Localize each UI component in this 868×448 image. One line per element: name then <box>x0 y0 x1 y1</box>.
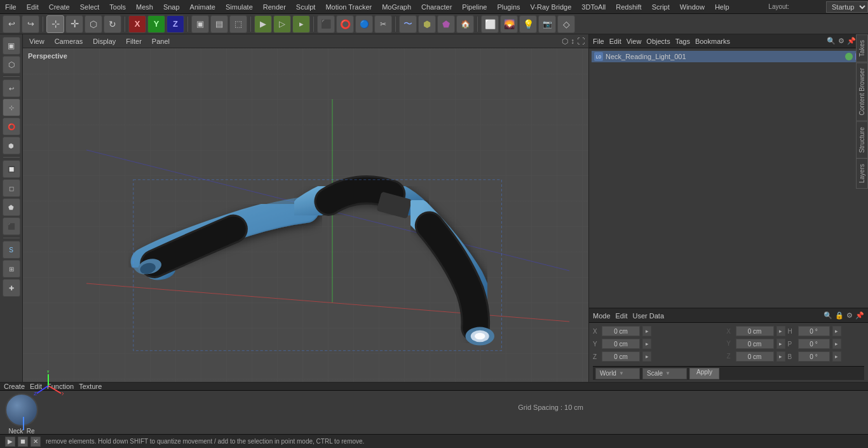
tab-layers[interactable]: Layers <box>856 158 868 189</box>
coord-h-input[interactable] <box>798 326 830 336</box>
select-tool-button[interactable]: ⊹ <box>46 15 64 33</box>
coord-y-unit[interactable]: ▸ <box>642 339 651 349</box>
coord-z2-unit[interactable]: ▸ <box>776 351 785 362</box>
viewport-icon-zoom[interactable]: ↕ <box>571 37 574 46</box>
coord-y-input[interactable] <box>602 339 640 349</box>
tab-takes[interactable]: Takes <box>856 34 868 62</box>
menu-character[interactable]: Character <box>416 2 457 12</box>
attr-menu-edit[interactable]: Edit <box>616 312 628 320</box>
obj-pin-icon[interactable]: 📌 <box>847 37 856 45</box>
coord-y2-unit[interactable]: ▸ <box>776 339 785 349</box>
status-icon-stop[interactable]: ⏹ <box>18 437 28 447</box>
obj-search-icon[interactable]: 🔍 <box>827 37 836 45</box>
menu-plugins[interactable]: Plugins <box>492 2 525 12</box>
viewport-icon-maximize[interactable]: ⛶ <box>577 37 585 46</box>
redo-button[interactable]: ↪ <box>22 15 39 33</box>
obj-settings-icon[interactable]: ⚙ <box>838 37 844 45</box>
coord-z-unit[interactable]: ▸ <box>642 351 651 362</box>
move-tool-button[interactable]: ✛ <box>65 15 83 33</box>
coord-x2-input[interactable] <box>736 326 774 336</box>
sidebar-mode-0[interactable]: ▣ <box>3 37 20 55</box>
menu-script[interactable]: Script <box>647 2 675 12</box>
rotate-tool-button[interactable]: ↻ <box>104 15 121 33</box>
menu-window[interactable]: Window <box>675 2 710 12</box>
menu-select[interactable]: Select <box>75 2 105 12</box>
sidebar-tool-1[interactable]: ◻ <box>3 179 20 197</box>
apply-button[interactable]: Apply <box>689 368 719 379</box>
coord-x-unit[interactable]: ▸ <box>642 326 651 336</box>
viewport-menu-cameras[interactable]: Cameras <box>52 36 86 46</box>
menu-edit[interactable]: Edit <box>22 2 44 12</box>
menu-tools[interactable]: Tools <box>104 2 131 12</box>
cylinder-button[interactable]: 🔵 <box>355 15 373 33</box>
spline-button[interactable]: 〜 <box>399 15 417 33</box>
object-item-neck-light[interactable]: L0 Neck_Reading_Light_001 <box>592 51 865 62</box>
null-button[interactable]: ◇ <box>557 15 575 33</box>
obj-menu-objects[interactable]: Objects <box>646 37 670 45</box>
coord-p-input[interactable] <box>798 339 830 349</box>
viewport-menu-view[interactable]: View <box>27 36 47 46</box>
undo-button[interactable]: ↩ <box>3 15 20 33</box>
edge-mode-button[interactable]: ▤ <box>210 15 228 33</box>
viewport-canvas[interactable]: Perspective <box>23 48 588 416</box>
viewport-menu-filter[interactable]: Filter <box>123 36 144 46</box>
menu-vray[interactable]: V-Ray Bridge <box>526 2 577 12</box>
menu-animate[interactable]: Animate <box>185 2 220 12</box>
scale-tool-button[interactable]: ⬡ <box>85 15 102 33</box>
scale-dropdown[interactable]: Scale ▼ <box>642 368 687 379</box>
z-axis-button[interactable]: Z <box>166 15 184 33</box>
attr-settings-icon[interactable]: ⚙ <box>846 311 853 320</box>
layout-select[interactable]: Startup <box>826 1 868 13</box>
scene-button[interactable]: 🏠 <box>456 15 474 33</box>
menu-help[interactable]: Help <box>710 2 735 12</box>
object-mode-button[interactable]: ▣ <box>191 15 209 33</box>
coord-x2-unit[interactable]: ▸ <box>776 326 785 336</box>
menu-pipeline[interactable]: Pipeline <box>457 2 492 12</box>
cube-button[interactable]: ⬛ <box>317 15 335 33</box>
obj-menu-tags[interactable]: Tags <box>675 37 690 45</box>
obj-menu-edit[interactable]: Edit <box>609 37 621 45</box>
sidebar-tool-5[interactable]: ⊞ <box>3 260 20 278</box>
coord-z-input[interactable] <box>602 351 640 362</box>
sidebar-tool-3[interactable]: ⬛ <box>3 217 20 235</box>
sidebar-tool-6[interactable]: ✚ <box>3 279 20 297</box>
coord-b-input[interactable] <box>798 351 830 362</box>
viewport-menu-panel[interactable]: Panel <box>149 36 172 46</box>
attr-search-icon[interactable]: 🔍 <box>824 311 832 320</box>
floor-button[interactable]: ⬜ <box>481 15 499 33</box>
sidebar-tool-2[interactable]: ⬟ <box>3 198 20 216</box>
menu-simulate[interactable]: Simulate <box>220 2 258 12</box>
mat-menu-create[interactable]: Create <box>4 383 25 390</box>
render-region-button[interactable]: ▷ <box>273 15 291 33</box>
sidebar-select-1[interactable]: ⊹ <box>3 98 20 116</box>
attr-lock-icon[interactable]: 🔒 <box>835 311 844 320</box>
menu-mograph[interactable]: MoGraph <box>377 2 416 12</box>
render-button[interactable]: ▶ <box>254 15 272 33</box>
sidebar-tool-0[interactable]: 🔲 <box>3 160 20 178</box>
sidebar-select-2[interactable]: ⭕ <box>3 118 20 135</box>
render-viewport-button[interactable]: ▸ <box>292 15 310 33</box>
attr-menu-mode[interactable]: Mode <box>593 312 611 320</box>
timeline-cursor[interactable] <box>23 417 24 431</box>
attr-menu-userdata[interactable]: User Data <box>633 312 665 320</box>
world-dropdown[interactable]: World ▼ <box>595 368 640 379</box>
coord-b-unit[interactable]: ▸ <box>832 351 841 362</box>
menu-motion-tracker[interactable]: Motion Tracker <box>320 2 377 12</box>
menu-create[interactable]: Create <box>44 2 75 12</box>
coord-z2-input[interactable] <box>736 351 774 362</box>
nurbs-button[interactable]: ⬢ <box>418 15 436 33</box>
coord-h-unit[interactable]: ▸ <box>832 326 841 336</box>
deformer-button[interactable]: ⬟ <box>437 15 455 33</box>
sphere-button[interactable]: ⭕ <box>336 15 354 33</box>
status-icon-close[interactable]: ✕ <box>31 437 41 447</box>
menu-3dtoall[interactable]: 3DToAll <box>576 2 611 12</box>
point-mode-button[interactable]: ⬚ <box>229 15 247 33</box>
x-axis-button[interactable]: X <box>128 15 146 33</box>
light-button[interactable]: 💡 <box>519 15 537 33</box>
attr-pin-icon[interactable]: 📌 <box>855 311 864 320</box>
camera-button[interactable]: 📷 <box>538 15 556 33</box>
menu-redshift[interactable]: Redshift <box>611 2 646 12</box>
knife-button[interactable]: ✂ <box>374 15 392 33</box>
menu-file[interactable]: File <box>0 2 22 12</box>
y-axis-button[interactable]: Y <box>147 15 165 33</box>
